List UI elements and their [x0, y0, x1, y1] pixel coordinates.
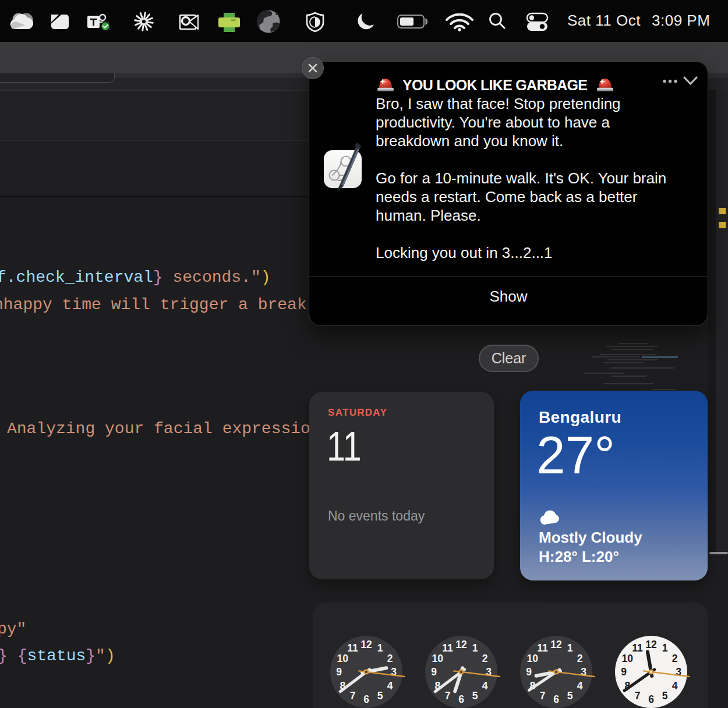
svg-text:6: 6: [458, 693, 464, 705]
svg-text:10: 10: [527, 653, 539, 664]
svg-text:12: 12: [550, 639, 562, 650]
svg-text:1: 1: [472, 642, 478, 654]
svg-text:9: 9: [526, 666, 532, 678]
svg-text:1: 1: [662, 642, 668, 654]
svg-text:4: 4: [672, 680, 678, 692]
svg-text:6: 6: [648, 693, 654, 705]
svg-text:2: 2: [672, 653, 678, 664]
svg-text:1: 1: [377, 642, 383, 654]
svg-text:10: 10: [622, 653, 634, 664]
svg-text:7: 7: [540, 690, 546, 702]
svg-text:11: 11: [632, 642, 643, 654]
svg-text:11: 11: [347, 642, 358, 654]
svg-text:4: 4: [482, 680, 488, 692]
svg-text:10: 10: [432, 653, 444, 664]
svg-text:7: 7: [445, 690, 451, 702]
svg-text:4: 4: [577, 680, 583, 692]
svg-text:5: 5: [567, 690, 573, 702]
svg-text:9: 9: [431, 666, 437, 678]
svg-text:11: 11: [442, 642, 453, 654]
svg-text:9: 9: [336, 666, 342, 678]
svg-text:12: 12: [455, 639, 467, 650]
svg-text:12: 12: [645, 639, 657, 650]
svg-text:9: 9: [621, 666, 627, 678]
svg-text:10: 10: [337, 653, 349, 664]
svg-text:6: 6: [553, 693, 559, 705]
svg-text:7: 7: [350, 690, 356, 702]
svg-text:5: 5: [662, 690, 668, 702]
svg-text:5: 5: [472, 690, 478, 702]
svg-text:11: 11: [537, 642, 548, 654]
svg-text:6: 6: [363, 693, 369, 705]
svg-text:2: 2: [482, 653, 488, 664]
svg-text:4: 4: [387, 680, 393, 692]
svg-text:12: 12: [361, 639, 372, 650]
svg-text:2: 2: [577, 653, 583, 664]
svg-text:5: 5: [377, 690, 383, 702]
svg-text:2: 2: [387, 653, 393, 664]
svg-text:1: 1: [567, 642, 573, 654]
svg-text:7: 7: [635, 690, 641, 702]
